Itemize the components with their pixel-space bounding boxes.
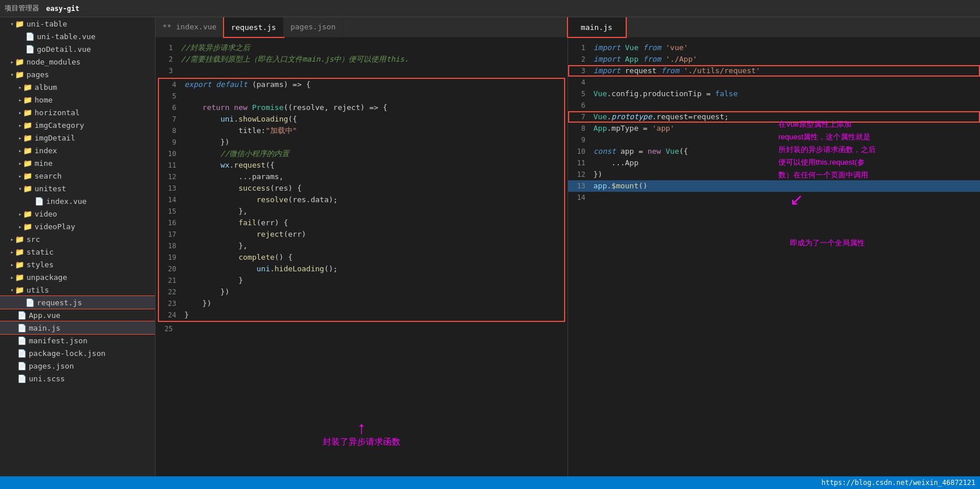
tab-index-vue[interactable]: * index.vue xyxy=(156,17,224,37)
file-icon: 📄 xyxy=(25,32,35,41)
sidebar-item-static[interactable]: 📁static xyxy=(0,245,155,258)
sidebar-item-goDetail-vue[interactable]: 📄goDetail.vue xyxy=(0,43,155,55)
main-area: 📁uni-table📄uni-table.vue📄goDetail.vue📁no… xyxy=(0,17,980,476)
folder-icon: 📁 xyxy=(15,58,24,66)
code-line-4: 4 export default (params) => { xyxy=(159,79,564,90)
sidebar-item-label: node_modules xyxy=(27,58,81,66)
sidebar-item-index[interactable]: 📁index xyxy=(0,144,155,157)
sidebar-item-label: horizontal xyxy=(35,108,80,117)
sidebar-item-src[interactable]: 📁src xyxy=(0,233,155,245)
sidebar-item-label: imgDetail xyxy=(35,134,75,142)
sidebar-item-label: static xyxy=(27,248,54,256)
project-manager-label: 项目管理器 xyxy=(5,3,39,13)
sidebar-item-search[interactable]: 📁search xyxy=(0,169,155,182)
right-editor: 1 import Vue from 'vue' 2 import App fro… xyxy=(567,37,980,476)
sidebar-item-node-modules[interactable]: 📁node_modules xyxy=(0,55,155,68)
sidebar-item-request-js[interactable]: 📄request.js xyxy=(0,296,155,309)
file-icon: 📄 xyxy=(17,336,27,345)
folder-icon: 📁 xyxy=(23,96,32,104)
sidebar-item-video[interactable]: 📁video xyxy=(0,207,155,220)
red-box-block: 4 export default (params) => { 5 6 retur… xyxy=(158,78,565,322)
code-line-15: 15 }, xyxy=(159,206,564,217)
code-line-24: 24 } xyxy=(159,309,564,321)
sidebar-item-label: videoPlay xyxy=(35,222,75,231)
right-code-line-8: 8 App.mpType = 'app' xyxy=(568,123,980,134)
tab-request-js[interactable]: request.js xyxy=(224,17,283,37)
sidebar-item-label: album xyxy=(35,83,57,92)
editor-area: * index.vue request.js pages.json main.j… xyxy=(156,17,980,476)
sidebar-item-label: uni.scss xyxy=(29,374,65,383)
chevron-icon xyxy=(18,211,22,217)
sidebar-item-App-vue[interactable]: 📄App.vue xyxy=(0,309,155,321)
sidebar-item-label: package-lock.json xyxy=(29,349,105,358)
sidebar-item-label: index.vue xyxy=(46,197,86,206)
sidebar-item-pages-json[interactable]: 📄pages.json xyxy=(0,359,155,372)
sidebar-item-label: search xyxy=(35,172,62,180)
sidebar-item-package-lock-json[interactable]: 📄package-lock.json xyxy=(0,347,155,359)
code-line-9: 9 }) xyxy=(159,137,564,148)
code-line-13: 13 success(res) { xyxy=(159,183,564,194)
sidebar-item-label: uni-table xyxy=(27,20,67,28)
chevron-icon xyxy=(10,274,14,280)
sidebar-item-horizontal[interactable]: 📁horizontal xyxy=(0,106,155,119)
chevron-icon xyxy=(18,84,22,90)
right-editor-scroll[interactable]: 1 import Vue from 'vue' 2 import App fro… xyxy=(568,37,980,476)
right-code-line-12: 12 }) xyxy=(568,169,980,180)
folder-icon: 📁 xyxy=(23,172,32,180)
sidebar-item-label: utils xyxy=(27,286,49,294)
right-code-line-10: 10 const app = new Vue({ xyxy=(568,146,980,157)
sidebar-item-label: uni-table.vue xyxy=(37,32,96,41)
sidebar-item-label: request.js xyxy=(37,298,82,307)
sidebar-item-imgDetail[interactable]: 📁imgDetail xyxy=(0,131,155,144)
sidebar-item-mine[interactable]: 📁mine xyxy=(0,157,155,169)
tab-main-js[interactable]: main.js xyxy=(568,17,626,37)
file-icon: 📄 xyxy=(17,349,27,358)
sidebar-item-manifest-json[interactable]: 📄manifest.json xyxy=(0,334,155,347)
code-line-12: 12 ...params, xyxy=(159,171,564,183)
sidebar-item-album[interactable]: 📁album xyxy=(0,81,155,93)
left-editor: 1 //封装异步请求之后 2 //需要挂载到原型上（即在入口文件main.js中… xyxy=(156,37,567,476)
code-line-10: 10 //微信小程序的内置 xyxy=(159,148,564,160)
sidebar-item-index-vue[interactable]: 📄index.vue xyxy=(0,195,155,207)
right-code-line-7: 7 Vue.prototype.request=request; xyxy=(568,111,980,123)
sidebar-item-unpackage[interactable]: 📁unpackage xyxy=(0,271,155,283)
sidebar-item-home[interactable]: 📁home xyxy=(0,93,155,106)
right-code-line-3: 3 import request from './utils/request' xyxy=(568,65,980,77)
file-icon: 📄 xyxy=(25,298,35,307)
sidebar-item-pages[interactable]: 📁pages xyxy=(0,68,155,81)
folder-icon: 📁 xyxy=(15,235,24,244)
chevron-icon xyxy=(10,21,14,27)
sidebar-item-utils[interactable]: 📁utils xyxy=(0,283,155,296)
code-line-5: 5 xyxy=(159,90,564,102)
code-line-19: 19 complete() { xyxy=(159,252,564,263)
chevron-icon xyxy=(18,147,22,154)
sidebar-item-label: mine xyxy=(35,159,52,168)
chevron-icon xyxy=(10,261,14,268)
sidebar-item-label: home xyxy=(35,96,52,104)
sidebar-item-styles[interactable]: 📁styles xyxy=(0,258,155,271)
code-line-16: 16 fail(err) { xyxy=(159,217,564,229)
folder-icon: 📁 xyxy=(23,184,32,193)
folder-icon: 📁 xyxy=(23,210,32,218)
sidebar-item-main-js[interactable]: 📄main.js xyxy=(0,321,155,334)
sidebar-item-unitest[interactable]: 📁unitest xyxy=(0,182,155,195)
folder-icon: 📁 xyxy=(23,83,32,92)
sidebar-item-videoPlay[interactable]: 📁videoPlay xyxy=(0,220,155,233)
code-line-25: 25 xyxy=(156,323,567,335)
sidebar-item-uni-table[interactable]: 📁uni-table xyxy=(0,17,155,30)
tab-pages-json[interactable]: pages.json xyxy=(283,17,343,37)
right-code-line-4: 4 xyxy=(568,77,980,88)
right-code-line-6: 6 xyxy=(568,100,980,111)
sidebar-item-uni-scss[interactable]: 📄uni.scss xyxy=(0,372,155,385)
sidebar-item-imgCategory[interactable]: 📁imgCategory xyxy=(0,119,155,131)
sidebar-item-label: App.vue xyxy=(29,311,60,320)
sidebar-item-label: manifest.json xyxy=(29,336,88,345)
folder-icon: 📁 xyxy=(23,159,32,168)
code-line-17: 17 reject(err) xyxy=(159,229,564,240)
file-icon: 📄 xyxy=(35,197,44,206)
sidebar-item-uni-table-vue[interactable]: 📄uni-table.vue xyxy=(0,30,155,43)
left-editor-scroll[interactable]: 1 //封装异步请求之后 2 //需要挂载到原型上（即在入口文件main.js中… xyxy=(156,37,567,476)
left-tab-bar: * index.vue request.js pages.json xyxy=(156,17,568,37)
chevron-icon xyxy=(18,160,22,166)
sidebar: 📁uni-table📄uni-table.vue📄goDetail.vue📁no… xyxy=(0,17,156,476)
